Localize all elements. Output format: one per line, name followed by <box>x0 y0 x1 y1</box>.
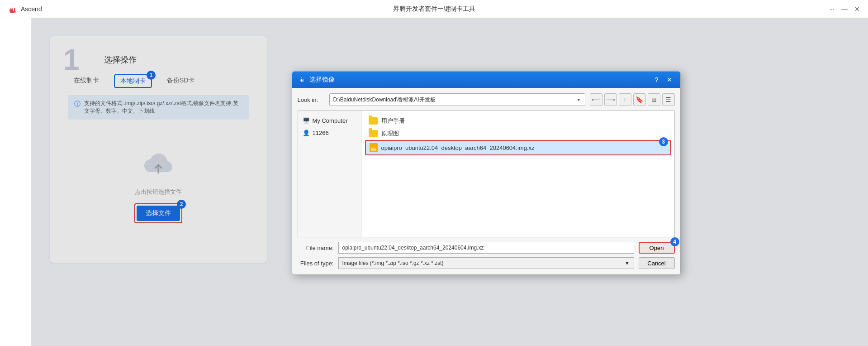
filetype-value: Image files (*.img *.zip *.iso *.gz *.xz… <box>342 260 444 266</box>
dialog-body: Look in: D:\BaiduNetdiskDownload\香橙派AI开发… <box>292 88 680 274</box>
view-icons-btn[interactable]: ⊞ <box>648 93 660 106</box>
filename-input[interactable] <box>338 242 634 254</box>
dialog-help-btn[interactable]: ? <box>652 75 661 84</box>
file-label-img: opiaipro_ubuntu22.04_desktop_aarch64_202… <box>381 144 535 151</box>
folder-icon-user-manual <box>369 117 378 125</box>
title-bar-controls: ··· — ✕ <box>828 5 861 13</box>
nav-back-btn[interactable]: ⟵ <box>590 93 602 106</box>
file-label-schematic: 原理图 <box>381 130 399 138</box>
dialog-close-btn[interactable]: ✕ <box>665 75 674 84</box>
app-title: 昇腾开发者套件一键制卡工具 <box>393 5 475 13</box>
look-in-row: Look in: D:\BaiduNetdiskDownload\香橙派AI开发… <box>298 93 675 106</box>
file-list: 用户手册 原理图 opiaipro_ubuntu <box>361 111 674 237</box>
dialog-logo-icon <box>299 76 306 83</box>
dialog-title-controls: ? ✕ <box>652 75 674 84</box>
app-logo-text: Ascend <box>21 5 42 13</box>
look-in-combo[interactable]: D:\BaiduNetdiskDownload\香橙派AI开发板 ▼ <box>329 93 585 106</box>
view-list-btn[interactable]: ☰ <box>662 93 675 106</box>
user-label: 11266 <box>313 130 329 136</box>
tree-pane: 🖥️ My Computer 👤 11266 <box>298 111 361 237</box>
user-icon: 👤 <box>303 130 310 136</box>
filetype-row: Files of type: Image files (*.img *.zip … <box>298 257 675 269</box>
file-item-img[interactable]: opiaipro_ubuntu22.04_desktop_aarch64_202… <box>365 140 671 155</box>
look-in-path: D:\BaiduNetdiskDownload\香橙派AI开发板 <box>333 96 436 104</box>
main-content: 1 选择操作 在线制卡 本地制卡 1 备份SD卡 ⓘ 支持的文件格式:.img/… <box>0 18 868 346</box>
content-panel: 1 选择操作 在线制卡 本地制卡 1 备份SD卡 ⓘ 支持的文件格式:.img/… <box>32 18 868 346</box>
file-item-badge: 3 <box>659 137 668 146</box>
tree-item-user[interactable]: 👤 11266 <box>298 127 361 139</box>
open-btn-wrapper: Open 4 <box>639 242 675 254</box>
title-minimize-btn[interactable]: — <box>841 5 848 13</box>
title-bar: Ascend 昇腾开发者套件一键制卡工具 ··· — ✕ <box>0 0 868 18</box>
dialog-title-bar: 选择镜像 ? ✕ <box>292 72 680 88</box>
nav-up-btn[interactable]: ↑ <box>619 93 631 106</box>
look-in-combo-arrow: ▼ <box>577 97 581 102</box>
cancel-btn[interactable]: Cancel <box>639 257 675 269</box>
app-window: Ascend 昇腾开发者套件一键制卡工具 ··· — ✕ 1 选择操作 在线制卡… <box>0 0 868 346</box>
sidebar <box>0 18 32 346</box>
my-computer-icon: 🖥️ <box>303 117 310 124</box>
app-logo: Ascend <box>7 4 42 14</box>
file-dialog: 选择镜像 ? ✕ Look in: D:\BaiduN <box>292 71 681 275</box>
folder-icon-schematic <box>369 130 378 137</box>
filetype-combo[interactable]: Image files (*.img *.zip *.iso *.gz *.xz… <box>338 257 634 269</box>
filename-row: File name: Open 4 <box>298 242 675 254</box>
ascend-logo-icon <box>7 4 18 14</box>
file-label-user-manual: 用户手册 <box>381 117 405 125</box>
my-computer-label: My Computer <box>313 117 348 124</box>
title-close-btn[interactable]: ✕ <box>854 5 861 13</box>
filetype-combo-arrow: ▼ <box>625 260 630 266</box>
toolbar-icons: ⟵ ⟶ ↑ 🔖 ⊞ ☰ <box>590 93 675 106</box>
open-btn-badge: 4 <box>670 237 679 246</box>
nav-bookmark-btn[interactable]: 🔖 <box>633 93 646 106</box>
file-pane: 🖥️ My Computer 👤 11266 <box>298 111 675 237</box>
file-img-icon <box>370 143 378 152</box>
nav-forward-btn[interactable]: ⟶ <box>604 93 617 106</box>
filetype-label: Files of type: <box>298 260 334 267</box>
file-item-schematic[interactable]: 原理图 <box>365 127 671 140</box>
dialog-overlay: 选择镜像 ? ✕ Look in: D:\BaiduN <box>32 18 868 346</box>
filename-label: File name: <box>298 245 334 251</box>
open-btn[interactable]: Open <box>639 242 675 254</box>
look-in-label: Look in: <box>298 96 325 103</box>
tree-item-my-computer[interactable]: 🖥️ My Computer <box>298 115 361 127</box>
dialog-title-text: 选择镜像 <box>309 76 335 84</box>
file-item-user-manual[interactable]: 用户手册 <box>365 115 671 127</box>
title-more-btn[interactable]: ··· <box>828 5 835 13</box>
dialog-title-left: 选择镜像 <box>299 76 335 84</box>
